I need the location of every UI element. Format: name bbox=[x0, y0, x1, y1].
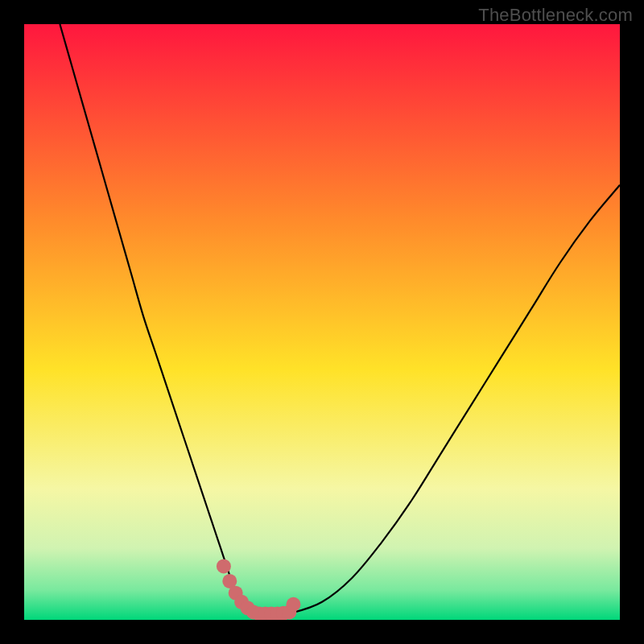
marker-dot bbox=[217, 559, 231, 573]
marker-dot bbox=[286, 597, 300, 612]
watermark-text: TheBottleneck.com bbox=[478, 5, 633, 26]
gradient-background bbox=[24, 24, 620, 620]
plot-area bbox=[24, 24, 620, 620]
bottleneck-chart bbox=[24, 24, 620, 620]
chart-frame: TheBottleneck.com bbox=[0, 0, 644, 644]
